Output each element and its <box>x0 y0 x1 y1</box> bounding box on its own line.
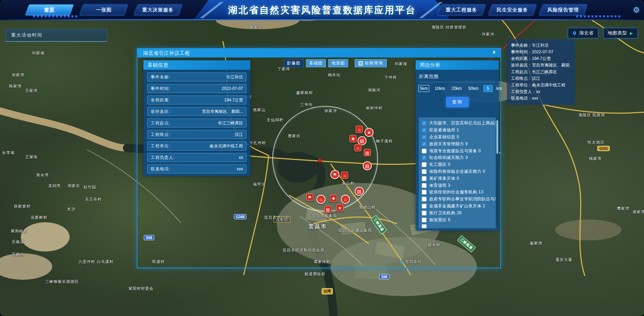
analysis-checkbox-item[interactable]: 尾矿库承灾体 0 <box>422 175 496 182</box>
analysis-checkbox-item[interactable]: 旅游景区 5 <box>422 216 496 223</box>
map-place-label: 港水湾 <box>36 172 49 178</box>
checkbox-label: 大型超市、百货店和亿元以上商品交 <box>429 120 496 126</box>
checkbox[interactable] <box>422 224 426 228</box>
analysis-checkbox-item[interactable]: 应急避难场所 1 <box>422 127 496 134</box>
analysis-checkbox-item[interactable]: 政府灾害管理能力 9 <box>422 140 496 147</box>
range-option[interactable]: 20km <box>450 85 463 92</box>
field-value: 引江补汉 <box>226 74 243 80</box>
checkbox-label: 金属非金属露天矿山承灾体 2 <box>429 203 485 209</box>
checkbox[interactable] <box>422 155 426 160</box>
checkbox[interactable] <box>422 218 426 222</box>
analysis-checkbox-item[interactable]: 地震专业救援队伍与装备 0 <box>422 147 496 154</box>
draw-rectangle-icon <box>359 61 363 65</box>
checkbox-label: 体育场馆 3 <box>429 183 450 188</box>
range-options-row: 5km10km20km50km km <box>418 85 496 92</box>
analysis-checkbox-item[interactable]: 企业基础信息 5 <box>422 134 496 141</box>
field-value: 南水北调中线工程 <box>210 143 243 149</box>
checkbox[interactable] <box>422 183 426 188</box>
checkbox[interactable] <box>422 121 426 125</box>
analysis-checkbox-item[interactable]: 化工园区 0 <box>422 161 496 168</box>
checkbox[interactable] <box>422 176 426 181</box>
analysis-checkbox-item[interactable]: 医疗卫生机构 26 <box>422 209 496 216</box>
checkbox[interactable] <box>422 149 426 153</box>
checkbox[interactable] <box>422 204 426 208</box>
map-place-label: 薛家窝村 <box>14 204 31 209</box>
map-place-label: 鹰家湾 <box>617 206 629 211</box>
map-place-label: 陈家湾 <box>9 84 22 89</box>
close-icon[interactable]: x <box>493 49 495 55</box>
analysis-checkbox-list: 大型超市、百货店和亿元以上商品交 应急避难场所 1 企业基础信息 5 政府灾害管… <box>419 117 496 228</box>
map-place-label: 航道测绘处 <box>305 271 325 277</box>
layer-button[interactable]: 影像图 <box>284 59 304 67</box>
basic-info-row: 工程负责人: xx <box>147 153 246 162</box>
field-value: xx <box>239 155 243 160</box>
checkbox-list-scrollbar[interactable] <box>496 119 498 227</box>
checkbox[interactable] <box>422 169 426 174</box>
scrollbar-thumb[interactable] <box>496 120 498 154</box>
layer-button[interactable]: 地形图 <box>328 59 348 67</box>
map-place-label: 龙洞湾 <box>48 183 61 188</box>
layer-button[interactable]: 基础图 <box>306 59 326 67</box>
query-button[interactable]: 查询 <box>446 97 469 107</box>
basic-info-row: 全程距离: 194.7公里 <box>147 95 246 105</box>
analysis-checkbox-item[interactable]: 大型超市、百货店和亿元以上商品交 <box>422 120 496 127</box>
checkbox-label: 社会组织减灾能力 3 <box>429 155 468 161</box>
draw-query-button[interactable]: 绘制查询 <box>355 59 387 67</box>
navbar-decoration-right <box>576 15 621 17</box>
nav-tab[interactable]: 重大决策服务 <box>134 5 182 15</box>
map-place-label: 头等垴 <box>2 150 15 155</box>
range-option[interactable]: 50km <box>467 85 479 92</box>
analysis-checkbox-item[interactable]: 金属非金属露天矿山承灾体 2 <box>422 203 496 210</box>
top-navbar: 湖北省自然灾害风险普查数据库应用平台 首页一张图重大决策服务 重大工程服务民生安… <box>0 0 644 20</box>
checkbox[interactable] <box>422 162 426 167</box>
event-info-row: 联系电话：xxx <box>511 95 571 102</box>
nav-tab[interactable]: 风险报告管理 <box>539 5 587 15</box>
map-place-label: 黄家宝 <box>250 25 262 30</box>
modal-title: 湖北省引江补汉工程 <box>143 50 190 56</box>
map-place-label: 紫阳村村委会 <box>128 286 154 291</box>
analysis-header: 周边分析 <box>416 60 499 70</box>
checkbox[interactable] <box>422 190 426 194</box>
range-option[interactable]: 5km <box>418 85 429 92</box>
basic-info-rows: 事件名称: 引江补汉 事件时间: 2022-07-07 全程距离: 194.7公… <box>143 70 250 179</box>
major-activity-time-box[interactable]: 重大活动时间 <box>6 29 107 42</box>
map-place-label: 重庆大厦 <box>556 257 572 262</box>
checkbox-label: 医疗卫生机构 26 <box>429 210 462 216</box>
checkbox[interactable] <box>422 211 426 215</box>
title-banner: 湖北省自然灾害风险普查数据库应用平台 <box>193 0 451 20</box>
map-place-label: 唐家湾 <box>633 209 644 215</box>
checkbox[interactable] <box>422 197 426 201</box>
checkbox-label: 化工园区 0 <box>429 162 450 168</box>
map-place-label: 三峡猕猴谷旅游区 <box>45 279 79 284</box>
analysis-checkbox-item[interactable]: 社会组织减灾能力 3 <box>422 154 496 161</box>
range-option[interactable]: 10km <box>434 85 446 92</box>
region-select-button[interactable]: 湖北省 <box>568 28 598 38</box>
map-place-label: 秦家湾 <box>530 241 542 246</box>
settings-gear-icon[interactable]: ⚙ <box>633 6 640 15</box>
nav-tab[interactable]: 重大工程服务 <box>437 5 486 15</box>
analysis-checkbox-item[interactable]: 保险和再保险企业减灾能力 0 <box>422 168 496 175</box>
field-value: 194.7公里 <box>224 97 243 103</box>
basic-info-row: 联系电话: xxx <box>147 164 246 174</box>
custom-range-input[interactable] <box>484 85 493 92</box>
region-label: 湖北省 <box>579 30 594 36</box>
checkbox[interactable] <box>422 135 426 139</box>
analysis-checkbox-item[interactable] <box>422 223 496 228</box>
nav-tab[interactable]: 首页 <box>25 5 73 15</box>
analysis-checkbox-item[interactable]: 政府专职和企事业专职消防队伍与装 <box>422 196 496 203</box>
nav-tab[interactable]: 一张图 <box>79 5 128 15</box>
basic-info-row: 途径县区: 宜昌市夷陵区、襄阳... <box>147 107 246 116</box>
checkbox[interactable] <box>422 142 426 146</box>
analysis-checkbox-item[interactable]: 提供住宿的社会服务机构 13 <box>422 189 496 196</box>
analysis-checkbox-item[interactable]: 体育场馆 3 <box>422 182 496 189</box>
basic-info-panel: 基础信息 事件名称: 引江补汉 事件时间: 2022-07-07 全程距离: 1… <box>143 60 250 176</box>
maptype-button[interactable]: 地图类型 ▶ <box>603 28 638 38</box>
map-place-label: 六里坪村 <box>78 259 95 264</box>
map-place-label: 天王寺村 <box>85 197 102 202</box>
nav-tab[interactable]: 民生安全服务 <box>488 5 536 15</box>
checkbox[interactable] <box>422 128 426 132</box>
event-info-row: 工程负责人：xx <box>511 88 571 95</box>
map-place-label: 钱家湾 <box>589 156 602 161</box>
modal-header: 湖北省引江补汉工程 x <box>138 49 500 57</box>
platform-title: 湖北省自然灾害风险普查数据库应用平台 <box>228 4 416 16</box>
